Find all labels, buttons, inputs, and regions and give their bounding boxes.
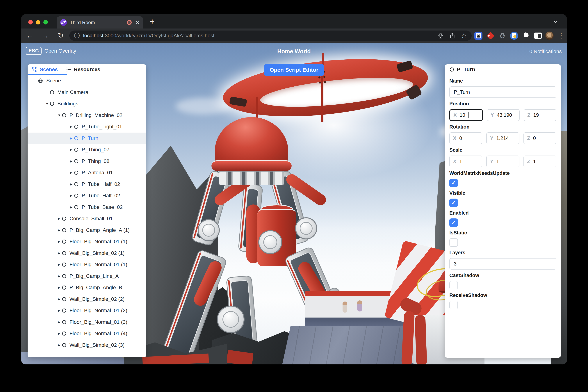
back-button[interactable]: ← [25,31,34,40]
visible-checkbox[interactable]: ✓ [449,198,458,207]
tree-item-p-big-camp-angle-a-1[interactable]: ▸P_Big_Camp_Angle_A (1) [28,224,146,236]
browser-window: Third Room × + ← → ↻ ⓘ localhost:3000/wo… [21,14,567,364]
inspector-panel: P_Turn NameP_TurnPositionX10Y43.190Z19Ro… [445,64,561,358]
tree-item-wall-big-simple-02-2[interactable]: ▸Wall_Big_Simple_02 (2) [28,294,146,305]
tree-item-p-tube-base-02[interactable]: ▸P_Tube_Base_02 [28,202,146,213]
caret-right-icon[interactable]: ▸ [68,182,74,186]
profile-avatar[interactable] [545,31,554,40]
caret-right-icon[interactable]: ▸ [68,193,74,198]
caret-right-icon[interactable]: ▸ [56,285,62,290]
tree-item-floor-big-normal-01-4[interactable]: ▸Floor_Big_Normal_01 (4) [28,328,146,340]
tree-item-floor-big-normal-01-1[interactable]: ▸Floor_Big_Normal_01 (1) [28,236,146,248]
tab-scenes[interactable]: Scenes [32,66,58,72]
tree-item-p-big-camp-line-a[interactable]: ▸P_Big_Camp_Line_A [28,270,146,282]
caret-right-icon[interactable]: ▸ [56,297,62,302]
tree-item-p-thing-08[interactable]: ▸P_Thing_08 [28,156,146,167]
caret-right-icon[interactable]: ▸ [56,331,62,336]
caret-right-icon[interactable]: ▸ [68,170,74,175]
scale-z-input[interactable]: Z1 [524,156,556,167]
caret-down-icon[interactable]: ▾ [56,113,62,118]
scene-tree: SceneMain Camera▾Buildings▾P_Drilling_Ma… [28,75,146,357]
caret-right-icon[interactable]: ▸ [68,147,74,152]
scale-x-input[interactable]: X1 [449,156,482,167]
caret-right-icon[interactable]: ▸ [68,136,74,141]
tab-resources[interactable]: Resources [66,66,100,72]
tree-item-floor-big-normal-01-2[interactable]: ▸Floor_Big_Normal_01 (2) [28,305,146,316]
scale-y-input[interactable]: Y1 [486,156,519,167]
browser-tab[interactable]: Third Room × [57,16,143,28]
tree-item-wall-big-simple-02-1[interactable]: ▸Wall_Big_Simple_02 (1) [28,248,146,259]
notifications-status[interactable]: 0 Notifications [529,48,562,54]
tree-item-p-tube-half-02[interactable]: ▸P_Tube_Half_02 [28,190,146,202]
tree-item-console-small-01[interactable]: ▸Console_Small_01 [28,213,146,224]
zoom-window-button[interactable] [44,20,48,24]
position-y-input[interactable]: Y43.190 [487,109,520,121]
caret-right-icon[interactable]: ▸ [56,274,62,278]
rotation-z-input[interactable]: Z0 [524,132,556,144]
receiveshadow-checkbox[interactable] [449,301,458,309]
caret-right-icon[interactable]: ▸ [68,205,74,210]
caret-right-icon[interactable]: ▸ [56,239,62,244]
tab-search-chevron-icon[interactable] [552,18,558,24]
password-manager-extension-icon[interactable] [474,31,483,40]
tree-item-scene[interactable]: Scene [28,75,146,86]
reload-button[interactable]: ↻ [56,31,65,40]
caret-down-icon[interactable]: ▾ [44,101,50,106]
recycle-extension-icon[interactable]: ♻ [498,31,507,40]
night-mode-extension-icon[interactable] [510,31,519,40]
caret-right-icon[interactable]: ▸ [56,228,62,232]
worldmatrixneedsupdate-checkbox[interactable]: ✓ [449,179,458,187]
caret-right-icon[interactable]: ▸ [68,159,74,164]
share-icon[interactable] [449,32,456,39]
tree-item-floor-big-normal-01-1[interactable]: ▸Floor_Big_Normal_01 (1) [28,259,146,270]
rotation-y-input[interactable]: Y1.214 [486,132,519,144]
tab-close-icon[interactable]: × [136,19,139,26]
tree-item-wall-big-simple-02-3[interactable]: ▸Wall_Big_Simple_02 (3) [28,340,146,351]
browser-menu-icon[interactable]: ⋮ [556,31,566,40]
position-x-value: 10 [460,112,465,118]
tree-item-floor-big-normal-01-3[interactable]: ▸Floor_Big_Normal_01 (3) [28,316,146,328]
microphone-icon[interactable] [438,32,444,39]
close-window-button[interactable] [28,20,33,24]
tree-item-p-antena-01[interactable]: ▸P_Antena_01 [28,167,146,178]
tree-item-p-tube-light-01[interactable]: ▸P_Tube_Light_01 [28,121,146,132]
tree-item-p-drilling-machine-02[interactable]: ▾P_Drilling_Machine_02 [28,110,146,121]
tree-item-p-tube-half-02[interactable]: ▸P_Tube_Half_02 [28,178,146,190]
address-bar[interactable]: ⓘ localhost:3000/world/!vjrzmTVOcyIsLgaA… [69,30,472,41]
node-circle-icon [62,308,66,312]
name-input[interactable]: P_Turn [449,86,556,98]
side-panel-icon[interactable] [534,31,542,40]
position-x-input[interactable]: X10 [449,109,483,121]
site-info-icon[interactable]: ⓘ [74,32,80,40]
scene-hierarchy-panel: Scenes Resources SceneMain Camera▾Buildi… [28,64,146,357]
caret-right-icon[interactable]: ▸ [56,320,62,324]
bookmark-star-icon[interactable]: ☆ [461,32,467,40]
isstatic-checkbox[interactable] [449,238,458,247]
tree-item-label: Console_Small_01 [70,216,113,222]
forward-button[interactable]: → [41,31,50,40]
node-circle-icon [74,171,78,175]
red-diamond-extension-icon[interactable] [486,31,495,40]
tree-item-main-camera[interactable]: Main Camera [28,86,146,98]
caret-right-icon[interactable]: ▸ [68,124,74,129]
rotation-fields: X0Y1.214Z0 [449,132,556,144]
minimize-window-button[interactable] [36,20,40,24]
tree-item-p-thing-07[interactable]: ▸P_Thing_07 [28,144,146,156]
caret-right-icon[interactable]: ▸ [56,262,62,267]
caret-right-icon[interactable]: ▸ [56,216,62,221]
new-tab-button[interactable]: + [150,18,155,26]
enabled-checkbox[interactable]: ✓ [449,218,458,227]
layers-input[interactable]: 3 [449,258,556,270]
open-script-editor-button[interactable]: Open Script Editor [264,64,324,76]
tree-item-p-turn[interactable]: ▸P_Turn [28,132,146,144]
position-z-input[interactable]: Z19 [524,109,556,121]
tree-item-p-big-camp-angle-b[interactable]: ▸P_Big_Camp_Angle_B [28,282,146,294]
machine-joint [198,219,220,241]
castshadow-checkbox[interactable] [449,281,458,290]
extensions-puzzle-icon[interactable] [522,31,531,40]
tree-item-buildings[interactable]: ▾Buildings [28,98,146,110]
caret-right-icon[interactable]: ▸ [56,251,62,256]
caret-right-icon[interactable]: ▸ [56,343,62,348]
rotation-x-input[interactable]: X0 [449,132,482,144]
caret-right-icon[interactable]: ▸ [56,308,62,313]
